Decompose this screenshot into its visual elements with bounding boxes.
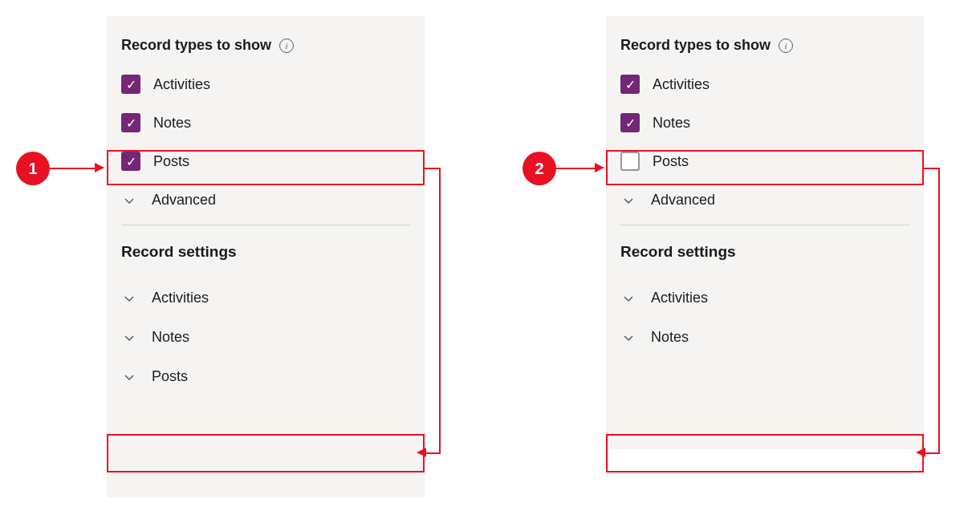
checkbox-label-notes: Notes bbox=[153, 115, 191, 132]
checkbox-label-activities: Activities bbox=[653, 76, 710, 93]
checkbox-posts[interactable] bbox=[620, 152, 640, 171]
annotation-connector bbox=[439, 168, 441, 454]
checkbox-row-posts[interactable]: ✓ Posts bbox=[107, 142, 425, 180]
arrow-head-icon bbox=[916, 448, 925, 457]
checkbox-label-posts: Posts bbox=[153, 153, 189, 170]
checkbox-posts[interactable]: ✓ bbox=[121, 152, 140, 171]
checkbox-label-posts: Posts bbox=[653, 153, 689, 170]
checkbox-row-notes[interactable]: ✓ Notes bbox=[107, 103, 425, 142]
callout-badge-2: 2 bbox=[523, 152, 556, 185]
expand-row-posts[interactable]: Posts bbox=[107, 357, 425, 396]
expand-label-posts: Posts bbox=[152, 368, 188, 385]
callout-badge-2-text: 2 bbox=[535, 160, 543, 178]
expand-row-notes[interactable]: Notes bbox=[107, 318, 425, 357]
checkmark-icon: ✓ bbox=[126, 154, 136, 169]
expand-row-activities[interactable]: Activities bbox=[606, 278, 924, 318]
annotation-connector bbox=[425, 452, 441, 454]
checkmark-icon: ✓ bbox=[126, 77, 136, 92]
annotation-connector bbox=[425, 168, 441, 169]
settings-panel-left: Record types to show i ✓ Activities ✓ No… bbox=[107, 16, 425, 497]
checkbox-notes[interactable]: ✓ bbox=[620, 113, 640, 132]
settings-panel-right: Record types to show i ✓ Activities ✓ No… bbox=[606, 16, 924, 449]
arrow-head-icon bbox=[417, 448, 426, 457]
expand-row-advanced[interactable]: Advanced bbox=[606, 180, 924, 220]
annotation-connector bbox=[938, 168, 940, 454]
chevron-down-icon bbox=[620, 195, 636, 206]
annotation-connector bbox=[924, 452, 940, 454]
expand-label-activities: Activities bbox=[651, 290, 708, 306]
subheading-record-settings: Record settings bbox=[107, 230, 425, 278]
subheading-record-settings: Record settings bbox=[606, 230, 924, 278]
divider bbox=[121, 225, 410, 225]
info-icon[interactable]: i bbox=[779, 39, 793, 53]
callout-badge-1-text: 1 bbox=[28, 160, 37, 178]
checkbox-row-activities[interactable]: ✓ Activities bbox=[606, 65, 924, 103]
section-title-text: Record types to show bbox=[121, 37, 271, 54]
expand-row-notes[interactable]: Notes bbox=[606, 318, 924, 357]
checkmark-icon: ✓ bbox=[126, 116, 136, 131]
chevron-down-icon bbox=[121, 195, 137, 206]
expand-label-advanced: Advanced bbox=[152, 192, 216, 209]
chevron-down-icon bbox=[620, 293, 636, 304]
checkbox-row-posts[interactable]: Posts bbox=[606, 142, 924, 180]
callout-badge-1: 1 bbox=[16, 152, 50, 185]
divider bbox=[620, 225, 909, 225]
expand-label-activities: Activities bbox=[152, 290, 209, 306]
info-icon[interactable]: i bbox=[279, 39, 294, 53]
checkbox-activities[interactable]: ✓ bbox=[121, 75, 140, 94]
checkbox-notes[interactable]: ✓ bbox=[121, 113, 140, 132]
expand-label-advanced: Advanced bbox=[651, 192, 715, 209]
arrow-head-icon bbox=[95, 163, 104, 172]
section-title-record-types: Record types to show i bbox=[606, 30, 924, 65]
arrow-head-icon bbox=[595, 163, 604, 172]
expand-label-notes: Notes bbox=[651, 329, 689, 346]
checkmark-icon: ✓ bbox=[625, 77, 636, 92]
section-title-text: Record types to show bbox=[620, 37, 771, 54]
checkbox-row-activities[interactable]: ✓ Activities bbox=[107, 65, 425, 103]
chevron-down-icon bbox=[620, 332, 636, 343]
chevron-down-icon bbox=[121, 293, 137, 304]
checkbox-activities[interactable]: ✓ bbox=[620, 75, 640, 94]
chevron-down-icon bbox=[121, 332, 137, 343]
section-title-record-types: Record types to show i bbox=[107, 30, 425, 65]
annotation-connector bbox=[924, 168, 940, 169]
checkbox-row-notes[interactable]: ✓ Notes bbox=[606, 103, 924, 142]
checkmark-icon: ✓ bbox=[625, 116, 636, 131]
annotation-arrow bbox=[50, 168, 96, 169]
checkbox-label-activities: Activities bbox=[153, 76, 210, 93]
checkbox-label-notes: Notes bbox=[653, 115, 690, 132]
expand-row-activities[interactable]: Activities bbox=[107, 278, 425, 318]
expand-label-notes: Notes bbox=[152, 329, 189, 346]
chevron-down-icon bbox=[121, 371, 137, 383]
annotation-arrow bbox=[556, 168, 596, 169]
expand-row-advanced[interactable]: Advanced bbox=[107, 180, 425, 220]
